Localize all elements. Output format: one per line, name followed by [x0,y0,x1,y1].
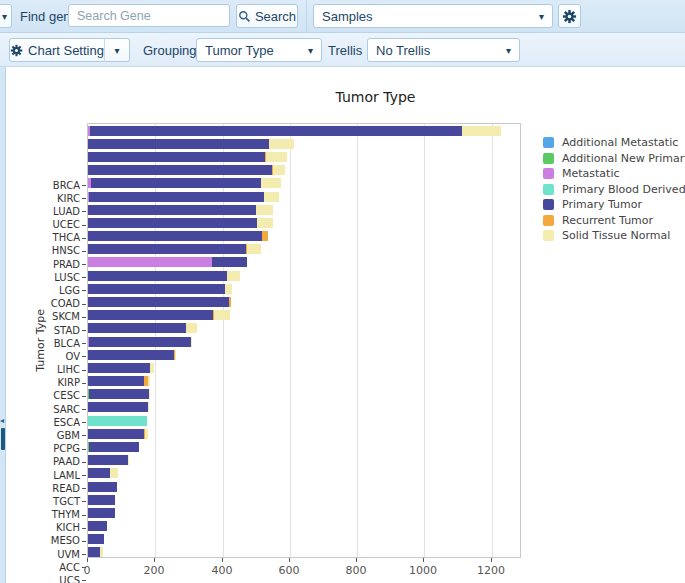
samples-dropdown[interactable]: Samples ▾ [313,4,553,28]
bar-segment[interactable] [462,126,501,136]
bar-segment[interactable] [212,257,247,267]
bar-segment[interactable] [266,152,287,162]
legend: Additional MetastaticAdditional New Prim… [543,137,685,246]
gridline [492,124,493,557]
y-tick-mark [82,488,86,489]
bar-segment[interactable] [89,337,191,347]
bar-segment[interactable] [175,350,176,360]
bar-segment[interactable] [229,297,231,307]
legend-label: Additional Metastatic [562,137,678,148]
search-button[interactable]: Search [236,4,298,28]
bar-segment[interactable] [100,547,103,557]
y-axis-label-row: LAML [53,469,86,482]
bar-segment[interactable] [88,205,256,215]
bar-segment[interactable] [264,192,279,202]
y-axis-label-row: LUAD [53,205,86,218]
y-axis-label-row: SKCM [52,311,86,324]
y-axis-label: LAML [53,471,80,481]
y-axis-label: UVM [57,550,80,560]
bar-segment[interactable] [128,455,129,465]
bar-segment[interactable] [225,284,232,294]
bar-segment[interactable] [88,363,150,373]
bar-segment[interactable] [269,139,294,149]
bar-segment[interactable] [88,139,269,149]
x-tick-mark [491,558,492,562]
x-tick-mark [356,558,357,562]
y-tick-mark [82,409,86,410]
bar-segment[interactable] [88,402,148,412]
bar-segment[interactable] [191,337,192,347]
chart-setting-dropdown-toggle[interactable]: ▾ [104,38,130,62]
trellis-dropdown[interactable]: No Trellis ▾ [367,38,520,62]
bar-row [88,231,268,241]
bar-segment[interactable] [89,389,149,399]
y-axis-label-row: READ [52,482,86,495]
bar-segment[interactable] [88,165,272,175]
bar-segment[interactable] [88,416,147,426]
toolbar-separator [306,0,307,33]
bar-segment[interactable] [88,455,128,465]
bar-segment[interactable] [257,218,273,228]
y-axis-label-row: KICH [56,522,86,535]
bar-segment[interactable] [88,534,104,544]
bar-segment[interactable] [88,323,186,333]
chart-setting-button[interactable]: Chart Setting [9,38,105,62]
bar-segment[interactable] [88,297,229,307]
bar-segment[interactable] [90,126,462,136]
bar-segment[interactable] [88,482,117,492]
bar-segment[interactable] [88,468,110,478]
bar-segment[interactable] [89,192,264,202]
panel-collapse-arrow-icon[interactable]: ◂ [0,417,4,425]
collapsed-dropdown-stub[interactable]: ▾ [0,4,12,28]
bar-segment[interactable] [88,244,246,254]
bar-segment[interactable] [88,310,213,320]
y-tick-mark [82,290,86,291]
bar-segment[interactable] [88,547,100,557]
legend-item: Solid Tissue Normal [543,230,685,241]
bar-segment[interactable] [88,376,144,386]
bar-segment[interactable] [256,205,273,215]
bar-segment[interactable] [88,284,225,294]
bar-segment[interactable] [148,376,150,386]
grouping-dropdown[interactable]: Tumor Type ▾ [196,38,322,62]
bar-row [88,257,247,267]
y-tick-mark [82,330,86,331]
bar-segment[interactable] [88,218,257,228]
y-tick-mark [82,198,86,199]
bar-segment[interactable] [247,244,261,254]
bar-segment[interactable] [88,495,115,505]
bar-segment[interactable] [91,178,261,188]
panel-resize-handle[interactable] [1,428,5,450]
bar-segment[interactable] [89,442,139,452]
bar-segment[interactable] [88,271,227,281]
bar-segment[interactable] [148,402,149,412]
bar-segment[interactable] [214,310,230,320]
bar-segment[interactable] [186,323,197,333]
bar-segment[interactable] [88,508,115,518]
bar-segment[interactable] [110,468,118,478]
bar-segment[interactable] [149,389,150,399]
gridline [424,124,425,557]
bar-row [88,178,281,188]
y-axis-label-row: SARC [53,403,86,416]
bar-segment[interactable] [88,521,107,531]
x-tick-mark [289,558,290,562]
bar-segment[interactable] [88,152,265,162]
y-axis-label-row: OV [65,350,86,363]
bar-segment[interactable] [145,429,148,439]
bar-segment[interactable] [88,231,262,241]
bar-segment[interactable] [88,350,174,360]
bar-segment[interactable] [273,165,285,175]
bar-segment[interactable] [227,271,240,281]
bar-segment[interactable] [261,178,281,188]
search-gene-input[interactable] [68,4,230,27]
bar-segment[interactable] [150,363,154,373]
bar-segment[interactable] [88,257,212,267]
settings-gear-button[interactable] [558,4,581,28]
y-tick-mark [82,264,86,265]
y-axis-labels: BRCAKIRCLUADUCECTHCAHNSCPRADLUSCLGGCOADS… [6,123,86,558]
bar-segment[interactable] [88,429,144,439]
legend-swatch [543,230,554,241]
bar-segment[interactable] [262,231,268,241]
y-tick-mark [82,370,86,371]
